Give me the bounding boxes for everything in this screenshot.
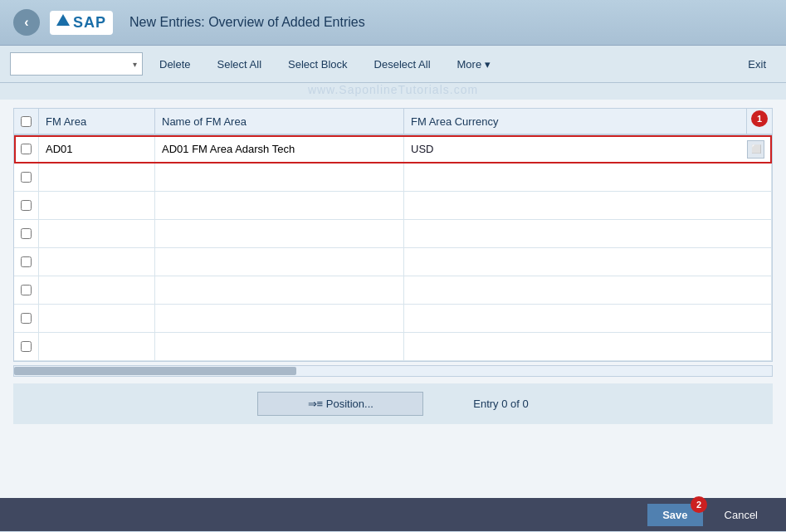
row-checkbox[interactable] — [21, 144, 32, 154]
header-checkbox[interactable] — [21, 116, 32, 127]
row-checkbox[interactable] — [21, 200, 32, 211]
table-wrapper: FM Area Name of FM Area FM Area Currency… — [13, 108, 773, 377]
more-chevron-icon: ▾ — [485, 58, 491, 71]
footer: 2 Save Cancel — [0, 498, 786, 531]
currency-picker-button[interactable]: ⬜ — [747, 140, 764, 159]
watermark-area: www.SaponlineTutorials.com — [0, 83, 786, 100]
row-checkbox[interactable] — [21, 228, 32, 239]
table-row — [14, 305, 772, 333]
table-row — [14, 248, 772, 276]
main-content: FM Area Name of FM Area FM Area Currency… — [0, 100, 786, 498]
back-button[interactable]: ‹ — [13, 9, 40, 36]
cancel-button[interactable]: Cancel — [710, 504, 773, 526]
header-title: New Entries: Overview of Added Entries — [129, 15, 365, 30]
entry-status: Entry 0 of 0 — [473, 398, 528, 410]
dropdown-arrow-icon: ▾ — [133, 60, 137, 69]
column-badge: 1 — [751, 110, 768, 127]
sap-logo: SAP — [50, 11, 113, 35]
td-currency[interactable]: ⬜ — [404, 135, 772, 163]
name-value: AD01 FM Area Adarsh Tech — [162, 143, 295, 155]
table-row — [14, 164, 772, 192]
data-table: FM Area Name of FM Area FM Area Currency… — [13, 108, 773, 362]
toolbar: ▾ Delete Select All Select Block Deselec… — [0, 46, 786, 83]
back-icon: ‹ — [24, 15, 28, 30]
position-button[interactable]: ⇒≡ Position... — [257, 392, 423, 416]
save-badge: 2 — [691, 496, 707, 513]
td-fm-area: AD01 — [39, 135, 155, 163]
th-fm-area: FM Area — [39, 109, 155, 134]
table-row: AD01 AD01 FM Area Adarsh Tech ⬜ — [14, 135, 772, 164]
table-header: FM Area Name of FM Area FM Area Currency… — [14, 109, 772, 135]
row-checkbox[interactable] — [21, 256, 32, 267]
deselect-all-button[interactable]: Deselect All — [364, 55, 441, 74]
select-block-button[interactable]: Select Block — [278, 55, 358, 74]
row-checkbox-cell — [14, 135, 39, 163]
table-row — [14, 192, 772, 220]
header: ‹ SAP New Entries: Overview of Added Ent… — [0, 0, 786, 46]
table-row — [14, 220, 772, 248]
th-fm-area-currency: FM Area Currency — [404, 109, 747, 134]
bottom-bar: ⇒≡ Position... Entry 0 of 0 — [13, 383, 773, 424]
td-name: AD01 FM Area Adarsh Tech — [155, 135, 404, 163]
scrollbar-thumb[interactable] — [14, 367, 296, 375]
more-label: More — [457, 58, 482, 71]
fm-area-value: AD01 — [46, 143, 73, 155]
sap-diamond-icon — [56, 14, 70, 26]
table-row — [14, 333, 772, 361]
select-all-button[interactable]: Select All — [207, 55, 271, 74]
currency-input[interactable] — [411, 143, 744, 155]
delete-button[interactable]: Delete — [149, 55, 201, 74]
exit-button[interactable]: Exit — [738, 55, 776, 74]
th-name-of-fm-area: Name of FM Area — [155, 109, 404, 134]
horizontal-scrollbar[interactable] — [13, 365, 773, 377]
row-checkbox[interactable] — [21, 285, 32, 295]
row-checkbox[interactable] — [21, 172, 32, 183]
picker-icon: ⬜ — [751, 144, 761, 154]
watermark-text: www.SaponlineTutorials.com — [308, 83, 478, 96]
toolbar-dropdown[interactable]: ▾ — [10, 52, 143, 76]
row-checkbox[interactable] — [21, 341, 32, 352]
row-checkbox[interactable] — [21, 313, 32, 324]
table-row — [14, 276, 772, 305]
header-checkbox-cell — [14, 109, 39, 134]
more-button[interactable]: More ▾ — [447, 55, 501, 74]
sap-text: SAP — [73, 14, 106, 32]
